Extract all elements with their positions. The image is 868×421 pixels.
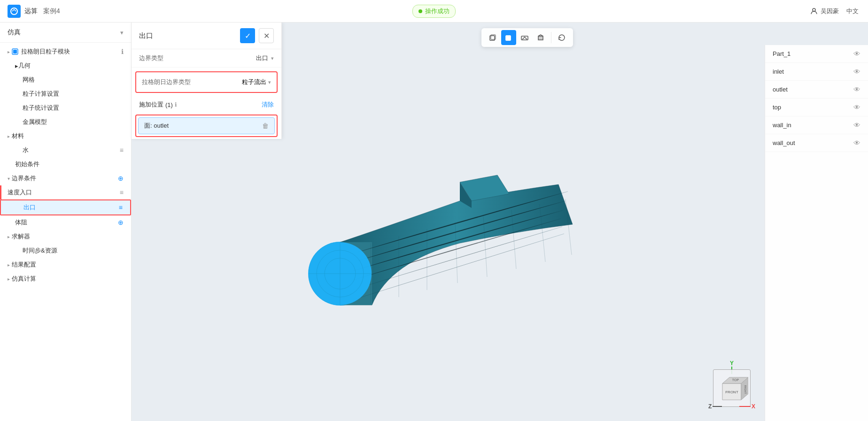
svg-rect-3 (13, 50, 17, 54)
sidebar-info-icon[interactable]: ℹ (121, 48, 124, 55)
x-axis-label: X (752, 403, 755, 410)
lagrange-type-row: 拉格朗日边界类型 粒子流出 ▾ (142, 76, 271, 88)
svg-text:FRONT: FRONT (725, 390, 738, 394)
compass-cube: FRONT TOP RIGHT (713, 369, 751, 407)
header: 远算 案例4 操作成功 吴因豪 中文 (0, 0, 868, 23)
panel-title: 出口 (139, 31, 153, 40)
sidebar-label-metal-model: 金属模型 (23, 118, 124, 126)
resistance-add-icon[interactable]: ⊕ (118, 219, 124, 226)
app-logo-icon (8, 5, 21, 18)
svg-point-1 (813, 8, 815, 11)
cube-outline-icon (488, 33, 497, 42)
boundary-type-value[interactable]: 出口 ▾ (256, 54, 274, 62)
success-dot-icon (418, 9, 422, 13)
close-icon: ✕ (264, 31, 270, 40)
reset-icon (558, 33, 566, 42)
panel-close-btn[interactable]: ✕ (259, 28, 274, 43)
sidebar-tree: ▸ 拉格朗日粒子模块 ℹ ▸ 几何 网格 粒子计算设置 粒子统计设置 金属模型 (0, 43, 131, 288)
right-panel-item-outlet: outlet 👁 (765, 81, 868, 99)
toolbar-cube-solid-btn[interactable] (501, 30, 516, 45)
header-right: 吴因豪 中文 (810, 7, 868, 15)
sidebar-item-material[interactable]: ▸ 材料 (0, 129, 131, 143)
speed-inlet-action-icon[interactable]: ≡ (120, 189, 124, 196)
z-axis-label: Z (708, 403, 712, 410)
visibility-toggle-outlet[interactable]: 👁 (853, 85, 860, 93)
visibility-toggle-inlet[interactable]: 👁 (853, 68, 860, 76)
toolbar-cube-surface-btn[interactable] (533, 30, 548, 45)
right-panel-name-wall-in: wall_in (773, 122, 791, 129)
panel-confirm-btn[interactable]: ✓ (240, 28, 255, 43)
3d-model-svg (272, 93, 624, 375)
visibility-toggle-wall-in[interactable]: 👁 (853, 121, 860, 129)
sidebar-label-speed-inlet: 速度入口 (8, 188, 120, 197)
x-axis-line (739, 406, 751, 407)
sidebar-label-solver: 求解器 (12, 232, 124, 241)
sidebar-item-timestep[interactable]: 时间步&资源 (0, 244, 131, 258)
expand-icon: ▸ (8, 262, 10, 268)
sidebar-item-result-config[interactable]: ▸ 结果配置 (0, 258, 131, 272)
svg-rect-6 (506, 36, 511, 40)
right-panel-item-wall-out: wall_out 👁 (765, 134, 868, 152)
sidebar-item-speed-inlet[interactable]: 速度入口 ≡ (0, 185, 131, 199)
user-name: 吴因豪 (821, 7, 839, 15)
boundary-add-icon[interactable]: ⊕ (118, 175, 124, 182)
sidebar-item-initial-cond[interactable]: 初始条件 (0, 157, 131, 171)
boundary-type-label: 边界类型 (139, 54, 163, 62)
sidebar-item-solver[interactable]: ▸ 求解器 (0, 230, 131, 244)
location-header: 施加位置 (1) ℹ 清除 (132, 97, 281, 113)
sidebar-label-particle-stat: 粒子统计设置 (23, 104, 124, 112)
sidebar-item-lagrange-module[interactable]: ▸ 拉格朗日粒子模块 ℹ (0, 45, 131, 59)
sidebar: 仿真 ▾ ▸ 拉格朗日粒子模块 ℹ ▸ 几何 网格 粒子计算设置 (0, 23, 132, 421)
location-count: (1) (165, 101, 173, 108)
sidebar-title: 仿真 (8, 28, 21, 37)
sidebar-label-mesh: 网格 (23, 76, 124, 84)
toolbar-cube-outline-btn[interactable] (485, 30, 500, 45)
sidebar-item-water[interactable]: 水 ≡ (0, 143, 131, 157)
sidebar-label-timestep: 时间步&资源 (23, 246, 124, 255)
sidebar-label-resistance: 体阻 (15, 218, 118, 227)
app-name: 远算 (24, 7, 38, 15)
water-action-icon[interactable]: ≡ (120, 146, 124, 154)
outlet-action-icon[interactable]: ≡ (119, 204, 123, 211)
visibility-toggle-wall-out[interactable]: 👁 (853, 139, 860, 147)
sidebar-item-metal-model[interactable]: 金属模型 (0, 115, 131, 129)
sidebar-item-mesh[interactable]: 网格 (0, 73, 131, 87)
right-panel-item-part1: Part_1 👁 (765, 45, 868, 63)
right-panel-item-top: top 👁 (765, 99, 868, 116)
sidebar-collapse-btn[interactable]: ▾ (120, 29, 124, 36)
sidebar-label-outlet: 出口 (23, 203, 119, 212)
lagrange-chevron-icon: ▾ (268, 79, 271, 85)
toolbar-reset-btn[interactable] (554, 30, 569, 45)
right-panel-name-wall-out: wall_out (773, 139, 795, 146)
sidebar-item-outlet[interactable]: 出口 ≡ (0, 199, 131, 215)
visibility-toggle-part1[interactable]: 👁 (853, 50, 860, 58)
y-axis-label: Y (730, 360, 734, 367)
sidebar-label-boundary-cond: 边界条件 (12, 174, 36, 183)
project-name: 案例4 (43, 7, 60, 15)
cube-wire-icon (520, 33, 529, 42)
right-panel-item-wall-in: wall_in 👁 (765, 116, 868, 134)
header-center: 操作成功 (412, 5, 456, 18)
location-clear-btn[interactable]: 清除 (262, 100, 274, 109)
user-icon (810, 8, 818, 15)
outlet-location-item: 面: outlet 🗑 (138, 117, 275, 134)
location-info-icon: ℹ (175, 101, 177, 108)
toolbar-cube-wire-btn[interactable] (517, 30, 532, 45)
svg-text:RIGHT: RIGHT (744, 385, 747, 394)
sidebar-label-material: 材料 (12, 132, 124, 140)
sidebar-item-particle-calc[interactable]: 粒子计算设置 (0, 87, 131, 101)
sidebar-item-geometry[interactable]: ▸ 几何 (0, 59, 131, 73)
language-selector[interactable]: 中文 (846, 7, 859, 15)
sidebar-item-particle-stat[interactable]: 粒子统计设置 (0, 101, 131, 115)
sidebar-label-lagrange: 拉格朗日粒子模块 (21, 47, 121, 56)
sidebar-item-sim-calc[interactable]: ▸ 仿真计算 (0, 272, 131, 286)
viewport-toolbar (481, 28, 573, 47)
sidebar-item-boundary-cond[interactable]: ▾ 边界条件 ⊕ (0, 171, 131, 185)
outlet-location-delete-btn[interactable]: 🗑 (262, 122, 269, 130)
user-info[interactable]: 吴因豪 (810, 7, 839, 15)
visibility-toggle-top[interactable]: 👁 (853, 103, 860, 111)
lagrange-section: 拉格朗日边界类型 粒子流出 ▾ (135, 71, 278, 93)
sidebar-item-resistance[interactable]: 体阻 ⊕ (0, 215, 131, 230)
sidebar-header: 仿真 ▾ (0, 23, 131, 43)
lagrange-type-selector[interactable]: 粒子流出 ▾ (242, 78, 271, 86)
